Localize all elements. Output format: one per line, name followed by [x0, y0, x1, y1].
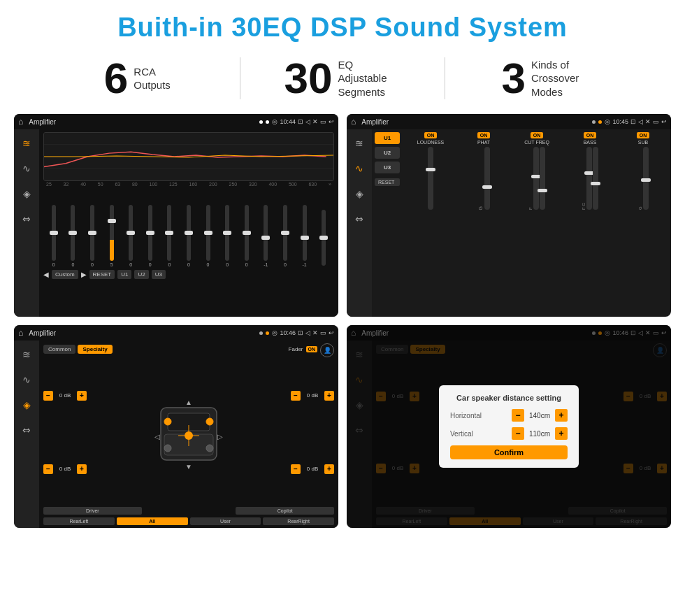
vol2-minus[interactable]: −	[43, 464, 53, 474]
vol3-plus[interactable]: +	[324, 391, 334, 401]
vol4-value: 0 dB	[303, 466, 322, 472]
all-btn[interactable]: All	[117, 517, 188, 525]
eq-icon-3[interactable]: ≋	[18, 346, 35, 363]
speaker-icon[interactable]: ◈	[18, 185, 35, 202]
eq-slider-3: 5	[103, 205, 121, 267]
vol2-value: 0 dB	[55, 466, 75, 472]
svg-text:▲: ▲	[185, 399, 192, 406]
wave-icon-2[interactable]: ∿	[351, 160, 368, 177]
page-title: Buith-in 30EQ DSP Sound System	[0, 0, 685, 50]
screenshots-grid: ⌂ Amplifier ◎ 10:44 ⊡ ◁ ✕ ▭ ↩ ≋ ∿ ◈ ⇔	[0, 110, 685, 535]
home-icon-2: ⌂	[351, 117, 356, 127]
speaker-icon-3[interactable]: ◈	[18, 396, 35, 413]
vol1-plus[interactable]: +	[77, 391, 87, 401]
car-diagram: ▲ ▼ ◁ ▷	[89, 360, 288, 504]
vol-row-2: − 0 dB +	[43, 464, 87, 474]
horizontal-control: − 140cm +	[512, 409, 568, 422]
driver-btn[interactable]: Driver	[43, 507, 142, 515]
screen3-time: 10:46	[280, 329, 296, 336]
stat-rca: 6 RCAOutputs	[42, 57, 233, 100]
rearright-btn[interactable]: RearRight	[263, 517, 334, 525]
vertical-plus-btn[interactable]: +	[555, 427, 568, 440]
screen2-content: ≋ ∿ ◈ ⇔ U1 U2 U3 RESET ON LOUDNESS	[347, 129, 671, 317]
user-btn[interactable]: User	[190, 517, 261, 525]
vol4-plus[interactable]: +	[324, 464, 334, 474]
vol-icon-2: ◁	[638, 118, 643, 125]
loudness-on-badge: ON	[424, 132, 438, 138]
vol-row-4: − 0 dB +	[291, 464, 334, 474]
location-icon: ◎	[272, 118, 277, 125]
eq-custom-button[interactable]: Custom	[52, 270, 78, 279]
sd3b	[266, 331, 269, 335]
bass-label: BASS	[584, 140, 597, 145]
screen-speaker: ⌂ Amplifier ◎ 10:46 ⊡ ◁ ✕ ▭ ↩ ≋ ∿ ◈ ⇔	[14, 325, 338, 528]
stat-crossover-number: 3	[501, 57, 525, 100]
expand-icon-3[interactable]: ⇔	[18, 422, 35, 438]
stat-eq-label: EQ AdjustableSegments	[338, 58, 401, 99]
svg-text:▼: ▼	[185, 463, 192, 471]
stat-eq: 30 EQ AdjustableSegments	[247, 57, 438, 100]
sub-on-badge: ON	[637, 132, 650, 138]
screen2-sidebar: ≋ ∿ ◈ ⇔	[347, 129, 372, 317]
horizontal-label: Horizontal	[450, 412, 482, 420]
eq-bottom-controls: ◀ Custom ▶ RESET U1 U2 U3	[43, 270, 334, 279]
eq-slider-5: 0	[141, 205, 159, 267]
eq-u1-button[interactable]: U1	[117, 270, 131, 279]
eq-icon-2[interactable]: ≋	[351, 135, 368, 152]
eq-slider-4: 0	[122, 205, 140, 267]
vertical-minus-btn[interactable]: −	[512, 427, 524, 440]
fader-control: Fader ON	[289, 346, 317, 352]
eq-next-button[interactable]: ▶	[81, 271, 87, 278]
confirm-button[interactable]: Confirm	[450, 445, 568, 459]
sd2b	[598, 120, 602, 124]
wave-icon-3[interactable]: ∿	[18, 371, 35, 388]
stat-divider-2	[445, 57, 445, 99]
person-icon: 👤	[320, 343, 334, 357]
screen3-status-right: ◎ 10:46 ⊡ ◁ ✕ ▭ ↩	[272, 329, 334, 336]
screen-distance: ⌂ Amplifier ◎ 10:46 ⊡ ◁ ✕ ▭ ↩ ≋ ∿ ◈ ⇔	[347, 325, 671, 528]
eq-prev-button[interactable]: ◀	[43, 271, 49, 278]
screen2-title: Amplifier	[361, 118, 589, 126]
specialty-tab[interactable]: Specialty	[78, 345, 112, 354]
svg-point-9	[164, 445, 171, 452]
sd3	[259, 331, 263, 335]
svg-point-8	[206, 418, 213, 425]
rearleft-btn[interactable]: RearLeft	[43, 517, 115, 525]
copilot-btn[interactable]: Copilot	[236, 507, 334, 515]
status-dot-white	[259, 120, 263, 124]
bat-icon-2: ▭	[653, 118, 659, 125]
close-icon-2: ✕	[645, 118, 651, 125]
vol3-minus[interactable]: −	[291, 391, 301, 401]
horizontal-plus-btn[interactable]: +	[555, 409, 568, 422]
close-icon: ✕	[312, 118, 318, 125]
home-icon-3: ⌂	[18, 328, 23, 338]
vol4-minus[interactable]: −	[291, 464, 301, 474]
eq-u2-button[interactable]: U2	[134, 270, 148, 279]
horizontal-minus-btn[interactable]: −	[512, 409, 524, 422]
speaker-top-row: Common Specialty Fader ON 👤	[43, 343, 334, 357]
eq-icon[interactable]: ≋	[18, 135, 35, 152]
speaker-tabs: Common Specialty	[43, 345, 113, 354]
screen-crossover: ⌂ Amplifier ◎ 10:45 ⊡ ◁ ✕ ▭ ↩ ≋ ∿ ◈ ⇔	[347, 114, 671, 317]
volume-icon: ◁	[305, 118, 310, 125]
eq-reset-button[interactable]: RESET	[89, 270, 115, 279]
u1-button[interactable]: U1	[375, 132, 400, 144]
home-icon: ⌂	[18, 117, 23, 127]
battery-icon: ▭	[320, 118, 326, 125]
screen1-time: 10:44	[280, 118, 296, 125]
expand-icon-2[interactable]: ⇔	[351, 210, 368, 227]
speaker-icon-2[interactable]: ◈	[351, 185, 368, 202]
u2-button[interactable]: U2	[375, 147, 400, 159]
svg-text:▷: ▷	[217, 433, 223, 440]
vol1-minus[interactable]: −	[43, 391, 53, 401]
expand-icon[interactable]: ⇔	[18, 210, 35, 227]
left-vol-controls: − 0 dB + − 0 dB +	[43, 360, 87, 504]
vol2-plus[interactable]: +	[77, 464, 87, 474]
eq-u3-button[interactable]: U3	[152, 270, 166, 279]
common-tab[interactable]: Common	[43, 345, 75, 354]
eq-slider-11: -1	[257, 205, 275, 267]
screen-eq: ⌂ Amplifier ◎ 10:44 ⊡ ◁ ✕ ▭ ↩ ≋ ∿ ◈ ⇔	[14, 114, 338, 317]
wave-icon[interactable]: ∿	[18, 160, 35, 177]
u3-button[interactable]: U3	[375, 162, 400, 173]
crossover-reset-button[interactable]: RESET	[375, 178, 400, 186]
